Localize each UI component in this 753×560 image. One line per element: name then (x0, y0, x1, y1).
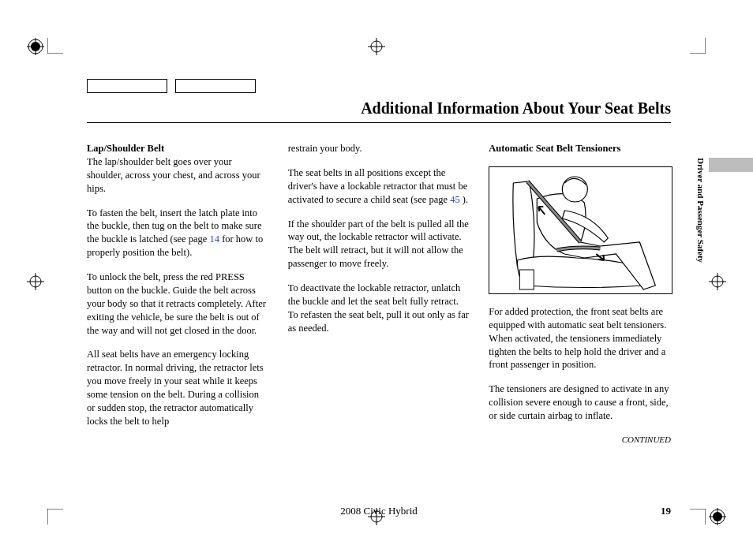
body-text: The tensioners are designed to activate … (489, 383, 671, 423)
svg-rect-21 (520, 270, 534, 289)
column-3: Automatic Seat Belt Tensioners (489, 142, 671, 446)
column-2: restrain your body. The seat belts in al… (288, 142, 470, 446)
page-link-14[interactable]: 14 (210, 233, 220, 245)
header-link-box[interactable] (175, 79, 256, 93)
seat-belt-tensioner-illustration (489, 166, 672, 294)
body-text: To unlock the belt, press the red PRESS … (87, 271, 269, 337)
header-link-box[interactable] (87, 79, 167, 93)
body-text: The lap/shoulder belt goes over your sho… (87, 156, 260, 194)
body-text: If the shoulder part of the belt is pull… (288, 218, 470, 271)
footer-model: 2008 Civic Hybrid (340, 505, 418, 517)
section-tab-label: Driver and Passenger Safety (696, 158, 706, 263)
page-content: Additional Information About Your Seat B… (87, 79, 671, 446)
page-footer: 2008 Civic Hybrid 19 (87, 505, 671, 517)
page-number: 19 (661, 505, 671, 517)
subheading-tensioners: Automatic Seat Belt Tensioners (489, 143, 620, 154)
column-1: Lap/Shoulder Belt The lap/shoulder belt … (87, 142, 269, 446)
body-text: The seat belts in all positions except t… (288, 166, 470, 207)
continued-label: CONTINUED (489, 434, 671, 446)
registration-mark-icon (27, 38, 44, 55)
registration-mark-icon (709, 508, 726, 525)
fold-mark-icon (709, 273, 726, 290)
subheading-lap-shoulder: Lap/Shoulder Belt (87, 143, 164, 154)
fold-mark-icon (368, 38, 385, 55)
body-text: To deactivate the lockable retractor, un… (288, 282, 470, 335)
body-text: To fasten the belt, insert the latch pla… (87, 207, 269, 260)
fold-mark-icon (27, 273, 44, 290)
header-link-boxes (87, 79, 671, 93)
page-link-45[interactable]: 45 (450, 194, 460, 205)
svg-point-20 (563, 177, 588, 202)
body-text: All seat belts have an emergency locking… (87, 348, 269, 427)
section-tab-highlight (709, 158, 753, 172)
body-text: For added protection, the front seat bel… (489, 305, 671, 371)
page-title: Additional Information About Your Seat B… (87, 99, 671, 123)
body-text: restrain your body. (288, 142, 470, 155)
